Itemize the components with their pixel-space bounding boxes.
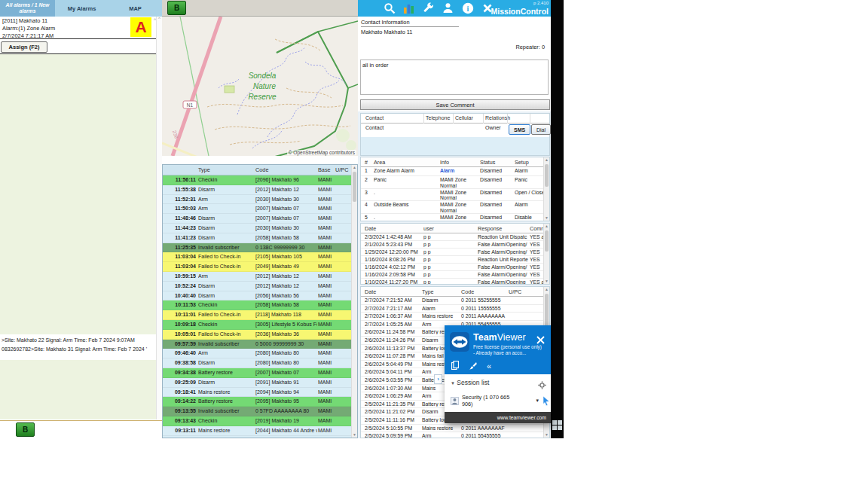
event-row[interactable]: 09:18:41 Mains restore [2094] Makhato 94… bbox=[163, 388, 357, 398]
map-view[interactable]: Sondela Nature Reserve N1 238 © OpenStre… bbox=[162, 17, 358, 156]
column-header-date[interactable]: Date bbox=[365, 225, 376, 232]
column-header-status[interactable]: Status bbox=[480, 159, 495, 166]
annotation-marker-b-map: B bbox=[167, 1, 186, 15]
teamviewer-collapse-arrow[interactable]: › bbox=[434, 374, 442, 384]
copy-icon[interactable] bbox=[451, 359, 459, 373]
event-row[interactable]: 11:52:31 Arm [2030] Makhato 30 MAMI bbox=[163, 195, 357, 205]
history-row[interactable]: 2/7/2024 1:06:37 AM Mains restore 0 2011… bbox=[361, 313, 549, 321]
dial-button[interactable]: Dial bbox=[531, 124, 551, 135]
event-row[interactable]: 10:40:40 Disarm [2056] Makhato 56 MAMI bbox=[163, 291, 357, 301]
tab-all-alarms[interactable]: All alarms / 1 New alarms bbox=[0, 0, 55, 17]
history-row[interactable]: 2/7/2024 7:21:17 AM Alarm 0 2011 1555555… bbox=[361, 305, 549, 313]
column-header-user[interactable]: user bbox=[423, 225, 434, 232]
event-row[interactable]: 09:13:55 Invalid subscriber 0 57FD AAAAA… bbox=[163, 407, 357, 416]
session-list-label[interactable]: ▼ Session list bbox=[451, 379, 489, 386]
history-row[interactable]: 2/7/2024 7:21:52 AM Disarm 0 2011 552555… bbox=[361, 297, 549, 305]
contact-row[interactable]: Contact Owner SMS Dial bbox=[361, 124, 549, 137]
response-row[interactable]: 1/29/2024 12:20:00 PM p p False Alarm/Op… bbox=[361, 249, 549, 256]
event-row[interactable]: 11:03:04 Failed to Check-in [2049] Makha… bbox=[163, 262, 357, 272]
map-attribution[interactable]: © OpenStreetMap contributors bbox=[287, 150, 356, 155]
event-row[interactable]: 10:09:18 Checkin [3005] Lifestyle 5 Kobu… bbox=[163, 320, 357, 330]
column-header-upc[interactable]: U/PC bbox=[509, 288, 521, 295]
event-row[interactable]: 09:38:58 Disarm [2080] Makhato 80 MAMI bbox=[163, 358, 357, 368]
wrench-icon[interactable] bbox=[422, 2, 435, 14]
alarm-queue-area[interactable] bbox=[0, 54, 156, 334]
teamviewer-footer[interactable]: www.teamviewer.com bbox=[445, 412, 551, 423]
app-version: p 2.410 bbox=[533, 1, 549, 5]
event-row[interactable]: 09:25:09 Disarm [2091] Makhato 91 MAMI bbox=[163, 378, 357, 388]
column-header-code[interactable]: Code bbox=[255, 166, 268, 173]
gear-icon[interactable] bbox=[538, 379, 546, 392]
event-row[interactable]: 11:03:04 Failed to Check-in [2105] Makha… bbox=[163, 252, 357, 262]
zone-row[interactable]: 2 Panic MAMI Zone Normal Disarmed Panic bbox=[361, 176, 549, 189]
response-row[interactable]: 1/16/2024 8:08:26 PM p p Reaction Unit R… bbox=[361, 256, 549, 264]
column-header-cellular[interactable]: Cellular bbox=[455, 115, 473, 120]
history-row[interactable]: 2/5/2024 5:09:59 PM Arm 0 2011 55455555 bbox=[361, 432, 549, 438]
search-icon[interactable] bbox=[383, 2, 396, 14]
close-icon[interactable] bbox=[536, 334, 546, 343]
column-header-code[interactable]: Code bbox=[461, 288, 474, 295]
response-row[interactable]: 1/16/2024 4:02:12 PM p p False Alarm/Ope… bbox=[361, 264, 549, 271]
event-row[interactable]: 09:11:07 Mains restore [2056] Makhato 56… bbox=[163, 436, 357, 438]
user-icon[interactable] bbox=[442, 2, 454, 14]
brush-icon[interactable] bbox=[469, 359, 477, 373]
event-row[interactable]: 10:59:15 Arm [2012] Makhato 12 MAMI bbox=[163, 272, 357, 282]
event-row[interactable]: 10:11:01 Failed to Check-in [2118] Makha… bbox=[163, 310, 357, 320]
response-row[interactable]: 1/16/2024 2:09:58 PM p p False Alarm/Ope… bbox=[361, 271, 549, 279]
column-header-response[interactable]: Response bbox=[478, 225, 502, 232]
event-row[interactable]: 11:48:46 Disarm [2007] Makhato 07 MAMI bbox=[163, 214, 357, 224]
event-row[interactable]: 11:41:23 Disarm [2058] Makhato 58 MAMI bbox=[163, 233, 357, 243]
sms-button[interactable]: SMS bbox=[509, 124, 530, 135]
tab-map[interactable]: MAP bbox=[108, 0, 162, 17]
zone-row[interactable]: 3 . MAMI Zone Normal Disarmed Open / Clo… bbox=[361, 189, 549, 202]
session-entry[interactable]: Security (1 070 665 906) ▼ bbox=[451, 394, 551, 407]
tab-my-alarms[interactable]: My Alarms bbox=[55, 0, 108, 17]
event-table-scrollbar[interactable]: ▲▼ bbox=[351, 165, 357, 438]
event-row[interactable]: 11:55:38 Disarm [2012] Makhato 12 MAMI bbox=[163, 185, 357, 195]
column-header-contact[interactable]: Contact bbox=[365, 115, 384, 120]
column-header-area[interactable]: Area bbox=[374, 159, 385, 166]
alarm-queue-area-lower[interactable] bbox=[0, 360, 156, 419]
response-table-scrollbar[interactable]: ▲▼ bbox=[543, 224, 549, 284]
column-header-upc[interactable]: U/PC bbox=[335, 166, 348, 173]
response-row[interactable]: 2/1/2024 5:23:43 PM p p False Alarm/Open… bbox=[361, 241, 549, 249]
response-row[interactable]: 2/3/2024 1:42:48 AM p p Reaction Unit Di… bbox=[361, 233, 549, 241]
event-row[interactable]: 10:52:24 Disarm [2012] Makhato 12 MAMI bbox=[163, 282, 357, 291]
event-row[interactable]: 11:25:35 Invalid subscriber 0 138C 99999… bbox=[163, 243, 357, 253]
event-row[interactable]: 09:34:38 Battery restore [2007] Makhato … bbox=[163, 368, 357, 378]
left-scrollbar[interactable]: ^ bbox=[156, 17, 162, 419]
event-row[interactable]: 09:46:40 Arm [2080] Makhato 80 MAMI bbox=[163, 349, 357, 358]
bar-chart-icon[interactable] bbox=[402, 2, 415, 14]
history-row[interactable]: 2/5/2024 5:10:55 PM Mains restore 0 2011… bbox=[361, 425, 549, 433]
column-header-num[interactable]: # bbox=[365, 159, 368, 166]
column-header-date[interactable]: Date bbox=[365, 288, 376, 295]
column-header-comment[interactable]: Comr bbox=[530, 225, 543, 232]
response-row[interactable]: 1/10/2024 11:27:20 PM p p False Alarm/Op… bbox=[361, 279, 549, 285]
event-time: 09:18:41 bbox=[163, 388, 196, 398]
zone-row[interactable]: 5 . MAMI Zone Normal Disarmed Disable bbox=[361, 214, 549, 222]
event-row[interactable]: 10:11:53 Checkin [2058] Makhato 58 MAMI bbox=[163, 300, 357, 310]
column-header-info[interactable]: Info bbox=[440, 159, 449, 166]
column-header-base[interactable]: Base bbox=[318, 166, 331, 173]
column-header-type[interactable]: Type bbox=[198, 166, 210, 173]
event-row[interactable]: 10:05:01 Failed to Check-in [2036] Makha… bbox=[163, 330, 357, 340]
assign-button[interactable]: Assign (F2) bbox=[1, 41, 47, 53]
event-row[interactable]: 11:44:23 Disarm [2030] Makhato 30 MAMI bbox=[163, 224, 357, 233]
zone-row[interactable]: 1 Zone Alarm Alarm Alarm Disarmed Alarm bbox=[361, 167, 549, 176]
column-header-telephone[interactable]: Telephone bbox=[426, 115, 450, 120]
comment-input[interactable]: all in order bbox=[360, 59, 549, 95]
info-icon[interactable]: i bbox=[461, 2, 474, 14]
event-row[interactable]: 09:14:22 Battery restore [2095] Makhato … bbox=[163, 397, 357, 407]
event-row[interactable]: 09:13:11 Mains restore [2044] Makhato 44… bbox=[163, 426, 357, 436]
event-row[interactable]: 11:56:11 Checkin [2096] Makhato 96 MAMI bbox=[163, 175, 357, 185]
save-comment-button[interactable]: Save Comment bbox=[360, 99, 550, 110]
event-row[interactable]: 09:13:43 Checkin [2019] Makhato 19 MAMI bbox=[163, 416, 357, 426]
event-row[interactable]: 09:57:59 Invalid subscriber 0 5000 99999… bbox=[163, 340, 357, 349]
column-header-setup[interactable]: Setup bbox=[515, 159, 529, 166]
area-table-scrollbar[interactable]: ▲▼ bbox=[543, 157, 549, 221]
event-row[interactable]: 11:50:03 Arm [2007] Makhato 07 MAMI bbox=[163, 204, 357, 214]
chevrons-left-icon[interactable]: « bbox=[487, 362, 491, 370]
windows-logo-icon[interactable] bbox=[552, 420, 563, 431]
column-header-type[interactable]: Type bbox=[422, 288, 434, 295]
zone-row[interactable]: 4 Outside Beams MAMI Zone Normal Disarme… bbox=[361, 201, 549, 214]
